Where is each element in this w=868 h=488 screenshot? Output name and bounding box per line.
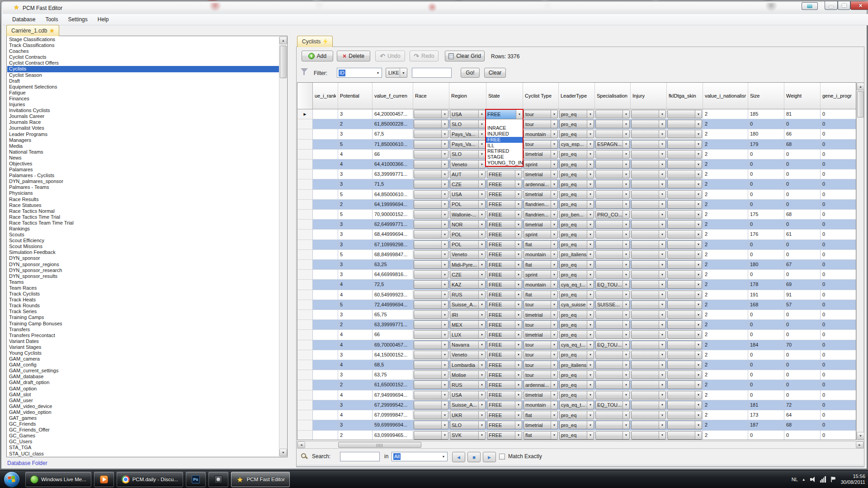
cell-potential[interactable]: 3 (338, 370, 373, 380)
combo-arrow-icon[interactable]: ▼ (441, 201, 448, 208)
sidebar-item[interactable]: Teams (7, 279, 279, 285)
cell-combo-leader_type[interactable]: pro_eq▼ (559, 180, 594, 188)
combo-arrow-icon[interactable]: ▼ (515, 221, 522, 228)
cell-value_i_nationalism[interactable]: 2 (703, 220, 748, 230)
combo-arrow-icon[interactable]: ▼ (623, 371, 629, 379)
cell-injury[interactable]: ▼ (631, 160, 667, 169)
sidebar-item[interactable]: Managers (7, 137, 279, 143)
table-row[interactable]: 368,44999694...▼POL▼FREE▼sprint▼pro_eq▼▼… (297, 230, 856, 239)
cell-race[interactable]: ▼ (413, 330, 449, 340)
cell-injury[interactable]: ▼ (631, 400, 667, 410)
combo-arrow-icon[interactable]: ▼ (659, 291, 665, 299)
cell-combo-injury[interactable]: ▼ (631, 341, 666, 349)
cell-combo-fkidtga_skin[interactable]: ▼ (667, 140, 702, 149)
cell-race[interactable]: ▼ (413, 360, 449, 370)
cell-cyclist_type[interactable]: sprint▼ (523, 160, 559, 169)
cell-size[interactable]: 0 (748, 179, 784, 189)
cell-size[interactable]: 0 (748, 200, 784, 210)
combo-arrow-icon[interactable]: ▼ (478, 180, 485, 188)
combo-arrow-icon[interactable]: ▼ (623, 221, 629, 228)
combo-arrow-icon[interactable]: ▼ (478, 251, 485, 258)
combo-arrow-icon[interactable]: ▼ (659, 371, 665, 379)
table-row[interactable]: 363,39999771...▼AUT▼FREE▼timetrial▼pro_e… (297, 169, 856, 179)
dropdown-option[interactable]: RETIRED (486, 148, 523, 154)
sidebar-item[interactable]: GAM_video_device (7, 404, 279, 409)
cell-rank[interactable] (313, 230, 338, 239)
cell-combo-region[interactable]: Veneto▼ (450, 351, 486, 359)
cell-leader_type[interactable]: pro_italiens▼ (559, 360, 595, 370)
dropdown-option[interactable]: INRACE (486, 125, 523, 131)
cell-size[interactable]: 0 (748, 431, 784, 441)
cell-injury[interactable]: ▼ (631, 350, 667, 360)
search-stop-button[interactable]: ■ (467, 452, 481, 462)
cell-potential[interactable]: 5 (338, 210, 373, 220)
cell-gene_i_progr[interactable]: 0 (821, 240, 856, 250)
cell-combo-fkidtga_skin[interactable]: ▼ (667, 160, 702, 169)
cell-leader_type[interactable]: cya_eq_t...▼ (559, 340, 595, 350)
cell-value_f[interactable]: 72,44999694... (373, 300, 413, 310)
cell-combo-state[interactable]: FREE▼ (487, 320, 522, 329)
cell-combo-fkidtga_skin[interactable]: ▼ (667, 240, 702, 249)
cell-specialisation[interactable]: ▼ (595, 109, 631, 119)
cell-combo-cyclist_type[interactable]: timetrial▼ (524, 150, 558, 159)
cell-combo-fkidtga_skin[interactable]: ▼ (667, 250, 702, 259)
combo-arrow-icon[interactable]: ▼ (659, 160, 665, 168)
cell-gene_i_progr[interactable]: 0 (821, 250, 856, 260)
cell-specialisation[interactable]: ▼ (595, 230, 631, 239)
cell-region[interactable]: Pays_Va...▼ (449, 129, 486, 139)
combo-arrow-icon[interactable]: ▼ (515, 401, 522, 409)
sidebar-item[interactable]: Invitations Cyclists (7, 108, 279, 113)
cell-cyclist_type[interactable]: timetrial▼ (523, 390, 559, 400)
cell-weight[interactable]: 0 (784, 160, 821, 169)
cell-combo-injury[interactable]: ▼ (631, 361, 666, 369)
cell-combo-cyclist_type[interactable]: timetrial▼ (524, 170, 558, 178)
cell-region[interactable]: POL▼ (449, 230, 486, 239)
combo-arrow-icon[interactable]: ▼ (441, 401, 448, 409)
cell-injury[interactable]: ▼ (631, 390, 667, 400)
combo-arrow-icon[interactable]: ▼ (587, 421, 594, 429)
cell-combo-specialisation[interactable]: ▼ (595, 160, 630, 169)
combo-arrow-icon[interactable]: ▼ (441, 191, 448, 198)
combo-arrow-icon[interactable]: ▼ (515, 432, 522, 439)
cell-combo-injury[interactable]: ▼ (631, 250, 666, 259)
cell-combo-leader_type[interactable]: pro_eq▼ (559, 150, 594, 159)
cell-combo-region[interactable]: Suisse_A...▼ (450, 300, 486, 309)
cell-value_i_nationalism[interactable]: 2 (703, 300, 748, 310)
column-header-fkidtga_skin[interactable]: fkIDtga_skin (667, 83, 703, 109)
cell-rank[interactable] (313, 350, 338, 360)
sidebar-item[interactable]: Variant Dates (7, 338, 279, 344)
combo-arrow-icon[interactable]: ▼ (515, 211, 522, 218)
cell-region[interactable]: USA▼ (449, 190, 486, 200)
combo-arrow-icon[interactable]: ▼ (659, 381, 665, 389)
cell-value_i_nationalism[interactable]: 2 (703, 320, 748, 330)
cell-race[interactable]: ▼ (413, 109, 449, 119)
cell-value_f[interactable]: 68,44999694... (373, 230, 413, 239)
cell-cyclist_type[interactable]: tour▼ (523, 109, 559, 119)
cell-combo-race[interactable]: ▼ (414, 361, 448, 369)
combo-arrow-icon[interactable]: ▼ (623, 381, 629, 389)
table-row[interactable]: 367,29999542...▼Suisse_A...▼FREE▼mountai… (297, 400, 856, 410)
table-row[interactable]: 364,15000152...▼Veneto▼FREE▼tour▼pro_eq▼… (297, 350, 856, 360)
combo-arrow-icon[interactable]: ▼ (623, 191, 629, 198)
combo-arrow-icon[interactable]: ▼ (695, 160, 702, 168)
cell-potential[interactable]: 4 (338, 150, 373, 160)
cell-combo-leader_type[interactable]: pro_eq▼ (559, 200, 594, 209)
combo-arrow-icon[interactable]: ▼ (587, 241, 594, 249)
cell-combo-leader_type[interactable]: pro_eq▼ (559, 130, 594, 138)
cell-rank[interactable] (313, 320, 338, 330)
cell-value_i_nationalism[interactable]: 2 (703, 150, 748, 160)
sidebar-item[interactable]: Cyclist Contract Offers (7, 60, 279, 66)
combo-arrow-icon[interactable]: ▼ (623, 311, 629, 319)
cell-value_i_nationalism[interactable]: 2 (703, 230, 748, 239)
cell-combo-cyclist_type[interactable]: timetrial▼ (524, 310, 558, 319)
cell-specialisation[interactable]: ▼ (595, 380, 631, 390)
cell-cyclist_type[interactable]: ardennai...▼ (523, 179, 559, 189)
cell-combo-injury[interactable]: ▼ (631, 230, 666, 239)
cell-value_i_nationalism[interactable]: 2 (703, 240, 748, 250)
cell-gene_i_progr[interactable]: 0 (821, 280, 856, 290)
sidebar-item[interactable]: Scout Efficiency (7, 238, 279, 244)
combo-arrow-icon[interactable]: ▼ (695, 432, 702, 439)
cell-race[interactable]: ▼ (413, 260, 449, 270)
cell-value_f[interactable]: 64,85000610... (373, 190, 413, 200)
cell-combo-leader_type[interactable]: pro_ben...▼ (559, 210, 594, 219)
